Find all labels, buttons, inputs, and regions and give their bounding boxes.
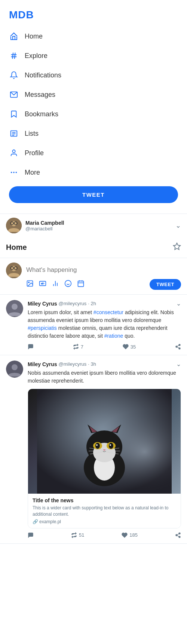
like-action-2[interactable]: 185 [122,532,138,538]
tweet-card-2: Miley Cyrus @mileycyrus · 3h ⌄ Nobis ass… [0,355,187,544]
envelope-icon [9,90,19,99]
bookmark-icon [9,109,19,119]
emoji-icon[interactable] [64,280,72,289]
reply-action[interactable] [28,344,34,350]
bell-icon [9,70,19,80]
share-action[interactable] [175,344,181,350]
svg-point-9 [12,150,15,153]
sidebar-item-profile[interactable]: Profile [6,144,181,162]
tweet-actions-2: 51 185 [28,532,181,538]
tweet-card-link: 🔗 example.pl [33,519,176,524]
tweet-top: Miley Cyrus @mileycyrus · 2h ⌄ Lorem ips… [6,300,181,350]
svg-line-43 [177,345,179,346]
tweet-more-icon-2[interactable]: ⌄ [176,361,181,368]
tweet-avatar-2 [6,361,23,378]
svg-point-10 [11,172,12,173]
tweet-more-icon[interactable]: ⌄ [176,300,181,307]
schedule-icon[interactable] [77,280,85,289]
sidebar-item-notifications[interactable]: Notifications [6,66,181,85]
svg-point-70 [176,534,177,536]
svg-point-11 [13,172,15,173]
chevron-down-icon: ⌄ [175,221,181,230]
sidebar-item-explore[interactable]: Explore [6,46,181,65]
share-action-2[interactable] [175,532,181,538]
dots-icon [9,168,19,177]
svg-point-69 [179,533,180,534]
hashtag-icon [9,51,19,61]
person-icon [9,148,19,158]
tweet-user-name-2: Miley Cyrus [28,361,57,367]
sidebar-item-lists[interactable]: Lists [6,124,181,143]
reply-action-2[interactable] [28,532,34,538]
svg-point-58 [95,443,100,449]
retweet-action-2[interactable]: 51 [71,532,84,538]
sidebar-item-messages-label: Messages [25,91,55,99]
sidebar-item-explore-label: Explore [25,52,47,60]
feed-title: Home [6,243,27,252]
user-display-name: Maria Campbell [25,220,175,226]
svg-line-2 [12,53,13,59]
compose-box: TWEET [0,258,187,295]
feed-header: Home [0,237,187,258]
list-icon [9,129,19,138]
tweet-handle-2: @mileycyrus [59,361,87,367]
tweet-avatar [6,300,23,317]
tweet-card-desc: This is a wider card with supporting tex… [33,505,176,518]
sidebar-item-messages[interactable]: Messages [6,85,181,104]
tweet-time: · 2h [88,301,96,306]
sidebar-item-bookmarks[interactable]: Bookmarks [6,105,181,123]
sidebar-item-more[interactable]: More [6,163,181,182]
like-count-2: 185 [129,532,138,538]
link-url: example.pl [39,519,61,524]
tweet-card-title: Title of the news [33,497,176,503]
tweet-image [28,389,181,494]
chart-icon[interactable] [52,280,59,289]
svg-point-30 [65,280,71,287]
svg-point-59 [109,443,113,449]
svg-point-39 [179,344,180,346]
hashtag-consectetur[interactable]: #consectetur [94,309,123,315]
retweet-action[interactable]: 7 [73,344,83,350]
user-row[interactable]: Maria Campbell @mariacbell ⌄ [0,214,187,237]
image-icon[interactable] [26,280,34,289]
svg-point-38 [12,304,18,310]
main-nav: Home Explore Notifications [6,27,181,182]
svg-line-42 [177,347,179,348]
svg-point-71 [179,536,180,537]
compose-right: TWEET [26,263,181,290]
sidebar-item-home[interactable]: Home [6,27,181,46]
svg-marker-18 [174,243,180,249]
tweet-handle: @mileycyrus [59,301,87,306]
link-icon: 🔗 [33,519,38,524]
svg-line-3 [15,53,15,59]
like-action[interactable]: 35 [123,344,136,350]
like-count: 35 [131,344,136,350]
tweet-actions: 7 35 [28,344,181,350]
hashtag-perspiciatis[interactable]: #perspiciatis [28,325,57,331]
svg-point-45 [12,364,18,370]
hashtag-ratione[interactable]: #ratione [104,333,123,339]
tweet-meta-2: Miley Cyrus @mileycyrus · 3h ⌄ [28,361,181,368]
compose-actions: TWEET [26,279,181,290]
user-info: Maria Campbell @mariacbell [25,220,175,231]
svg-line-72 [177,536,179,537]
tweet-meta-left: Miley Cyrus @mileycyrus · 2h [28,301,96,307]
tweet-text: Lorem ipsum dolor, sit amet #consectetur… [28,309,181,340]
user-handle: @mariacbell [25,226,175,231]
brand-logo: MDB [6,4,181,27]
svg-point-40 [176,346,177,347]
gif-icon[interactable] [39,280,46,289]
sidebar-item-notifications-label: Notifications [25,71,61,79]
tweet-button[interactable]: TWEET [9,186,178,203]
compose-icons [26,280,85,289]
star-icon[interactable] [173,242,181,252]
compose-tweet-button[interactable]: TWEET [150,279,181,290]
sidebar-item-bookmarks-label: Bookmarks [25,110,58,118]
tweet-image-card: Title of the news This is a wider card w… [28,389,181,528]
tweet-card-info: Title of the news This is a wider card w… [28,494,181,528]
compose-input[interactable] [26,263,181,279]
retweet-count-2: 51 [79,532,84,538]
svg-rect-33 [78,281,84,286]
sidebar-item-more-label: More [25,169,40,177]
svg-line-73 [177,534,179,535]
